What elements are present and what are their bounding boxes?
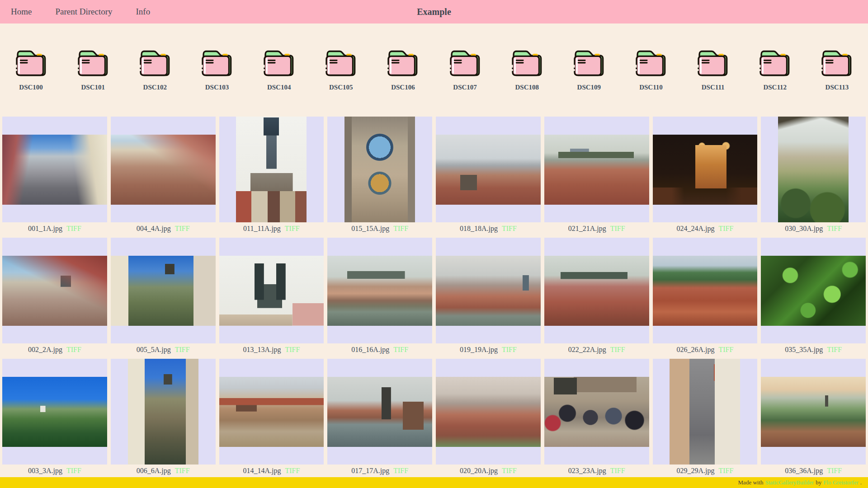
photo-thumbnail[interactable] [544,238,649,343]
folder-item-dsc106[interactable]: DSC106 [372,47,434,92]
photo-thumbnail[interactable] [544,117,649,222]
folder-label: DSC103 [205,82,229,92]
photo-filename-link[interactable]: 004_4A.jpg [137,225,171,232]
photo-thumbnail[interactable] [653,238,758,343]
photo-tiff-link[interactable]: TIFF [66,467,81,474]
photo-thumbnail[interactable] [2,359,107,465]
photo-tiff-link[interactable]: TIFF [393,346,408,353]
photo-thumbnail[interactable] [219,238,324,343]
photo-thumbnail[interactable] [111,238,216,343]
photo-tiff-link[interactable]: TIFF [66,346,81,353]
photo-thumbnail[interactable] [653,117,758,222]
photo-tiff-link[interactable]: TIFF [393,467,408,474]
photo-filename-link[interactable]: 023_23A.jpg [568,467,606,474]
photo-tiff-link[interactable]: TIFF [827,346,842,353]
folder-item-dsc113[interactable]: DSC113 [806,47,868,92]
photo-thumbnail[interactable] [2,238,107,343]
photo-image [111,135,216,205]
photo-filename-link[interactable]: 026_26A.jpg [676,346,714,353]
photo-filename-link[interactable]: 036_36A.jpg [785,467,823,474]
photo-tiff-link[interactable]: TIFF [827,225,842,232]
folder-item-dsc108[interactable]: DSC108 [496,47,558,92]
photo-tiff-link[interactable]: TIFF [393,225,408,232]
photo-thumbnail[interactable] [219,117,324,222]
photo-tiff-link[interactable]: TIFF [502,346,517,353]
folder-item-dsc104[interactable]: DSC104 [248,47,310,92]
photo-tiff-link[interactable]: TIFF [718,467,733,474]
photo-tiff-link[interactable]: TIFF [827,467,842,474]
photo-filename-link[interactable]: 014_14A.jpg [243,467,281,474]
photo-thumbnail[interactable] [761,238,866,343]
photo-filename-link[interactable]: 030_30A.jpg [785,225,823,232]
photo-filename-link[interactable]: 015_15A.jpg [351,225,389,232]
folder-item-dsc100[interactable]: DSC100 [0,47,62,92]
photo-filename-link[interactable]: 006_6A.jpg [137,467,171,474]
photo-filename-link[interactable]: 018_18A.jpg [460,225,498,232]
folder-row: DSC100 DSC101 DSC102 [0,23,868,117]
photo-tiff-link[interactable]: TIFF [610,346,625,353]
nav-link-home[interactable]: Home [11,7,32,16]
folder-item-dsc112[interactable]: DSC112 [744,47,806,92]
footer-link-static-gallery-builder[interactable]: StaticGalleryBuilder [765,479,814,486]
photo-image [436,135,541,205]
photo-tiff-link[interactable]: TIFF [718,346,733,353]
photo-tiff-link[interactable]: TIFF [175,346,190,353]
folder-item-dsc103[interactable]: DSC103 [186,47,248,92]
photo-thumbnail[interactable] [761,359,866,465]
gallery-cell: 006_6A.jpg TIFF [111,359,216,477]
folder-item-dsc111[interactable]: DSC111 [682,47,744,92]
photo-thumbnail[interactable] [436,117,541,222]
nav-link-info[interactable]: Info [136,7,151,16]
photo-filename-link[interactable]: 020_20A.jpg [460,467,498,474]
photo-filename-link[interactable]: 013_13A.jpg [243,346,281,353]
footer-link-author[interactable]: Flo Greistorfer [823,479,859,486]
photo-thumbnail[interactable] [2,117,107,222]
photo-thumbnail[interactable] [327,117,432,222]
photo-tiff-link[interactable]: TIFF [285,467,300,474]
folder-item-dsc101[interactable]: DSC101 [62,47,124,92]
photo-thumbnail[interactable] [544,359,649,465]
folder-item-dsc109[interactable]: DSC109 [558,47,620,92]
photo-thumbnail[interactable] [653,359,758,465]
photo-thumbnail[interactable] [327,359,432,465]
photo-thumbnail[interactable] [761,117,866,222]
photo-thumbnail[interactable] [219,359,324,465]
photo-filename-link[interactable]: 011_11A.jpg [243,225,281,232]
photo-thumbnail[interactable] [327,238,432,343]
photo-tiff-link[interactable]: TIFF [285,225,300,232]
photo-filename-link[interactable]: 002_2A.jpg [28,346,62,353]
photo-tiff-link[interactable]: TIFF [175,467,190,474]
photo-filename-link[interactable]: 029_29A.jpg [676,467,714,474]
photo-tiff-link[interactable]: TIFF [610,225,625,232]
folder-item-dsc107[interactable]: DSC107 [434,47,496,92]
photo-tiff-link[interactable]: TIFF [502,467,517,474]
photo-tiff-link[interactable]: TIFF [175,225,190,232]
folder-item-dsc105[interactable]: DSC105 [310,47,372,92]
folder-item-dsc102[interactable]: DSC102 [124,47,186,92]
photo-filename-link[interactable]: 016_16A.jpg [351,346,389,353]
nav-link-parent-directory[interactable]: Parent Directory [55,7,112,16]
photo-thumbnail[interactable] [436,359,541,465]
photo-thumbnail[interactable] [111,359,216,465]
photo-filename-link[interactable]: 001_1A.jpg [28,225,62,232]
photo-filename-link[interactable]: 003_3A.jpg [28,467,62,474]
folder-item-dsc110[interactable]: DSC110 [620,47,682,92]
photo-filename-link[interactable]: 022_22A.jpg [568,346,606,353]
photo-thumbnail[interactable] [436,238,541,343]
folder-label: DSC105 [329,82,353,92]
photo-filename-link[interactable]: 019_19A.jpg [460,346,498,353]
photo-thumbnail[interactable] [111,117,216,222]
gallery-cell: 005_5A.jpg TIFF [111,238,216,356]
photo-filename-link[interactable]: 024_24A.jpg [676,225,714,232]
photo-caption: 014_14A.jpg TIFF [219,465,324,477]
photo-filename-link[interactable]: 021_21A.jpg [568,225,606,232]
photo-tiff-link[interactable]: TIFF [502,225,517,232]
photo-tiff-link[interactable]: TIFF [66,225,81,232]
gallery-cell: 018_18A.jpg TIFF [436,117,541,235]
photo-tiff-link[interactable]: TIFF [718,225,733,232]
photo-tiff-link[interactable]: TIFF [610,467,625,474]
photo-filename-link[interactable]: 035_35A.jpg [785,346,823,353]
photo-tiff-link[interactable]: TIFF [285,346,300,353]
photo-filename-link[interactable]: 017_17A.jpg [351,467,389,474]
photo-filename-link[interactable]: 005_5A.jpg [137,346,171,353]
